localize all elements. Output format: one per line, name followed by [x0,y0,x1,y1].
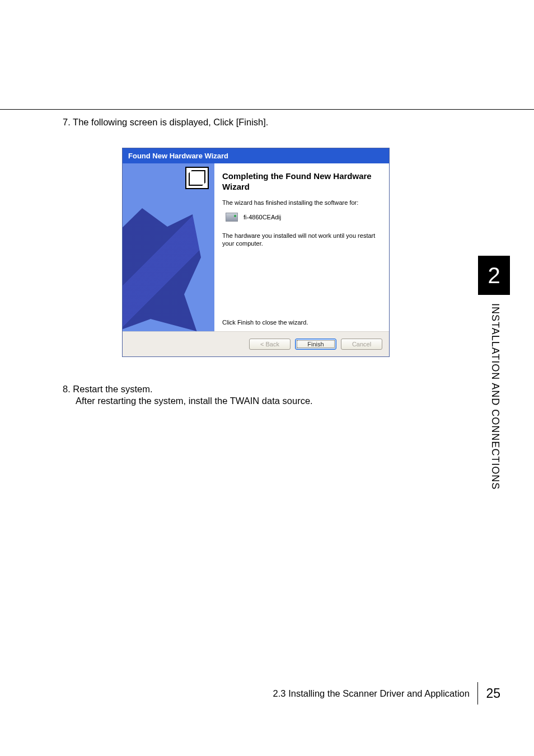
wizard-content: Completing the Found New Hardware Wizard… [214,163,389,331]
step-text: The following screen is displayed, Click… [73,117,268,127]
wizard-subtext: The wizard has finished installing the s… [222,199,381,206]
step-8: 8. Restart the system. After restarting … [63,384,455,406]
step-number: 8. [63,384,71,394]
page-number: 25 [486,686,500,701]
chapter-title-vertical: INSTALLATION AND CONNECTIONS [489,303,501,490]
back-button[interactable]: < Back [249,339,291,350]
device-name: fi-4860CEAdij [243,214,281,220]
step-subtext: After restarting the system, install the… [63,396,455,406]
cancel-button[interactable]: Cancel [341,339,382,350]
wizard-body: Completing the Found New Hardware Wizard… [123,163,389,331]
wizard-dialog: Found New Hardware Wizard Completing the… [122,148,390,357]
horizontal-rule [0,109,534,110]
finish-button[interactable]: Finish [295,339,336,350]
install-icon [185,167,209,189]
main-content: 7. The following screen is displayed, Cl… [63,117,455,406]
wizard-heading: Completing the Found New Hardware Wizard [222,171,381,192]
footer-divider [477,682,479,705]
chapter-tab: 2 [478,256,510,295]
page-footer: 2.3 Installing the Scanner Driver and Ap… [273,682,500,705]
step-number: 7. [63,117,71,127]
device-row: fi-4860CEAdij [222,213,381,222]
wizard-title-bar: Found New Hardware Wizard [123,148,389,163]
footer-section: 2.3 Installing the Scanner Driver and Ap… [273,688,470,699]
wizard-close-hint: Click Finish to close the wizard. [222,319,381,326]
wizard-sidebar-graphic [123,163,214,331]
step-7: 7. The following screen is displayed, Cl… [63,117,455,128]
wizard-button-row: < Back Finish Cancel [123,331,389,356]
wizard-note: The hardware you installed will not work… [222,232,381,248]
step-text: Restart the system. [73,384,152,394]
scanner-icon [226,213,238,222]
decorative-shape [123,208,201,331]
